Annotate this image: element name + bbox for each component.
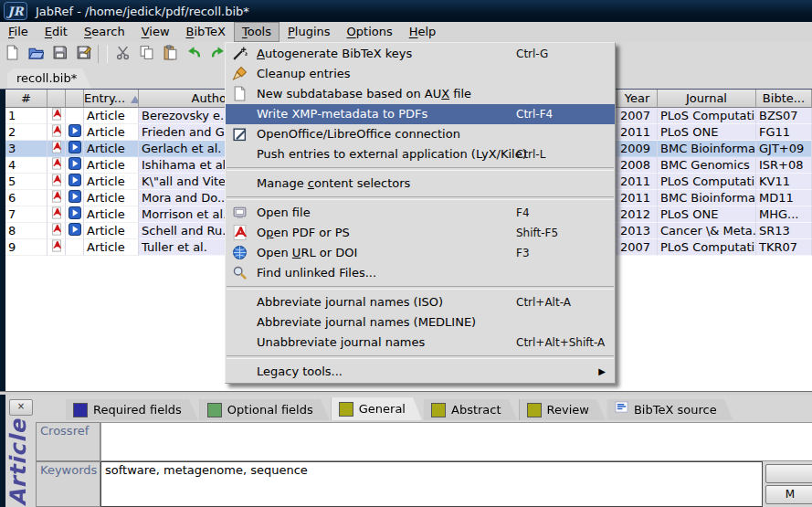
menu-item-write-xmp-metadata-to-pdfs[interactable]: Write XMP-metadata to PDFsCtrl-F4 — [226, 104, 615, 124]
close-entry-editor-button[interactable]: × — [9, 399, 33, 416]
cell-number: 3 — [5, 141, 47, 157]
menubar-item-bibtex[interactable]: BibTeX — [178, 22, 234, 42]
cell-year: 2007 — [617, 108, 658, 124]
menu-item-label: Open file — [257, 206, 311, 219]
submenu-arrow-icon: ▶ — [598, 362, 606, 382]
pdf-icon — [50, 157, 63, 174]
cell-url — [66, 157, 84, 174]
editor-tab-optional-fields[interactable]: Optional fields — [200, 399, 330, 420]
cell-pdf — [47, 108, 66, 124]
keywords-field-input[interactable]: software, metagenome, sequence — [100, 461, 763, 507]
editor-tab-required-fields[interactable]: Required fields — [66, 399, 198, 420]
cell-url — [66, 108, 84, 124]
undo-button[interactable] — [183, 44, 205, 65]
menu-item-autogenerate-bibtex-keys[interactable]: Autogenerate BibTeX keysCtrl-G — [226, 44, 615, 64]
editor-tab-label: General — [359, 398, 406, 419]
field-extra-button[interactable] — [765, 464, 812, 483]
menu-item-find-unlinked-files[interactable]: Find unlinked Files... — [226, 263, 615, 283]
menu-separator — [227, 355, 614, 359]
title-bar: JR JabRef - /home/jedick/pdf/recoll.bib* — [0, 0, 812, 23]
menubar-item-help[interactable]: Help — [401, 22, 445, 42]
cell-year: 2011 — [617, 124, 658, 141]
column-header-Bibte...[interactable]: Bibte... — [756, 90, 812, 108]
column-header-icons[interactable] — [66, 90, 84, 108]
editor-tab-bibtex-source[interactable]: BibTeX source — [607, 399, 733, 420]
menu-item-openoffice-libreoffice-connection[interactable]: OpenOffice/LibreOffice connection — [226, 124, 615, 144]
menu-item-label: Find unlinked Files... — [257, 266, 376, 280]
column-header-Entry...[interactable]: Entry... — [84, 90, 139, 108]
cell-number: 8 — [5, 223, 47, 239]
field-manage-button[interactable]: M — [765, 485, 812, 504]
bibtex-source-icon — [615, 399, 628, 420]
cell-pdf — [47, 190, 66, 206]
crossref-field-input[interactable] — [100, 422, 812, 461]
database-tab[interactable]: recoll.bib* — [7, 69, 91, 89]
cell-journal: BMC Bioinforma... — [658, 141, 756, 157]
entry-editor-panel: × Required fieldsOptional fieldsGeneralA… — [0, 395, 812, 507]
editor-tab-label: BibTeX source — [634, 399, 717, 420]
column-header-#[interactable]: # — [5, 90, 47, 108]
column-header-label: Bibte... — [763, 91, 805, 105]
editor-tab-review[interactable]: Review — [520, 399, 606, 420]
editor-tab-abstract[interactable]: Abstract — [424, 399, 518, 420]
menu-item-label: Push entries to external application (Ly… — [257, 147, 527, 161]
cell-number: 6 — [5, 190, 47, 206]
cell-bibtexkey: SR13 — [756, 223, 812, 239]
cell-number: 2 — [5, 124, 47, 141]
column-header-Year[interactable]: Year — [617, 90, 658, 108]
editor-tab-general[interactable]: General — [332, 397, 422, 420]
cell-entrytype: Article — [84, 174, 139, 190]
cell-bibtexkey: GJT+09 — [756, 141, 812, 157]
column-header-Journal[interactable]: Journal — [658, 90, 756, 108]
cell-url — [66, 174, 84, 190]
menu-item-label: Autogenerate BibTeX keys — [257, 47, 412, 60]
menu-item-open-url-or-doi[interactable]: Open URL or DOIF3 — [226, 243, 615, 263]
cell-pdf — [47, 206, 66, 223]
cell-bibtexkey: MHG... — [756, 206, 812, 223]
cell-journal: BMC Bioinforma... — [658, 190, 756, 206]
tools-dropdown-menu: Autogenerate BibTeX keysCtrl-GCleanup en… — [225, 42, 616, 384]
menu-item-open-pdf-or-ps[interactable]: Open PDF or PSShift-F5 — [226, 223, 615, 243]
menu-item-new-subdatabase-based-on-aux-file[interactable]: New subdatabase based on AUX file — [226, 84, 615, 104]
pdf-icon — [232, 225, 248, 241]
cell-url — [66, 223, 84, 239]
cell-pdf — [47, 141, 66, 157]
new-database-button[interactable] — [1, 44, 23, 65]
menu-item-abbreviate-journal-names-iso[interactable]: Abbreviate journal names (ISO)Ctrl+Alt-A — [226, 292, 615, 312]
cell-entrytype: Article — [84, 108, 139, 124]
cell-pdf — [47, 223, 66, 239]
menubar-item-search[interactable]: Search — [76, 22, 133, 42]
menu-item-legacy-tools[interactable]: Legacy tools...▶ — [226, 362, 615, 382]
window-title: JabRef - /home/jedick/pdf/recoll.bib* — [36, 5, 249, 18]
menu-item-shortcut: Ctrl-F4 — [516, 104, 553, 124]
cell-journal: PLoS Computati... — [658, 239, 756, 256]
menubar-item-file[interactable]: File — [0, 22, 37, 42]
paste-icon — [163, 45, 178, 63]
cell-bibtexkey: TKR07 — [756, 239, 812, 256]
menu-item-shortcut: Shift-F5 — [516, 223, 558, 243]
menubar-item-plugins[interactable]: Plugins — [279, 22, 339, 42]
cell-bibtexkey: MD11 — [756, 190, 812, 206]
cell-year: 2011 — [617, 174, 658, 190]
menubar-item-tools[interactable]: Tools — [234, 22, 279, 42]
menu-item-push-entries-to-external-application-lyx-kile[interactable]: Push entries to external application (Ly… — [226, 144, 615, 164]
editor-tab-label: Required fields — [93, 399, 182, 420]
menubar-item-options[interactable]: Options — [339, 22, 401, 42]
cell-year: 2007 — [617, 239, 658, 256]
cut-button[interactable] — [111, 44, 133, 65]
cell-journal: BMC Genomics — [658, 157, 756, 174]
menu-item-cleanup-entries[interactable]: Cleanup entries — [226, 64, 615, 84]
save-database-button[interactable] — [48, 44, 70, 65]
menu-item-open-file[interactable]: Open fileF4 — [226, 203, 615, 223]
menu-item-manage-content-selectors[interactable]: Manage content selectors — [226, 174, 615, 194]
menubar-item-edit[interactable]: Edit — [37, 22, 76, 42]
paste-button[interactable] — [159, 44, 181, 65]
menu-item-unabbreviate-journal-names[interactable]: Unabbreviate journal namesCtrl+Alt+Shift… — [226, 333, 615, 353]
save-as-button[interactable] — [72, 44, 94, 65]
menu-item-abbreviate-journal-names-medline[interactable]: Abbreviate journal names (MEDLINE) — [226, 312, 615, 333]
copy-button[interactable] — [135, 44, 157, 65]
column-header-icons[interactable] — [47, 90, 66, 108]
open-database-button[interactable] — [25, 44, 47, 65]
menubar-item-view[interactable]: View — [133, 22, 178, 42]
sort-ascending-icon — [131, 96, 139, 103]
